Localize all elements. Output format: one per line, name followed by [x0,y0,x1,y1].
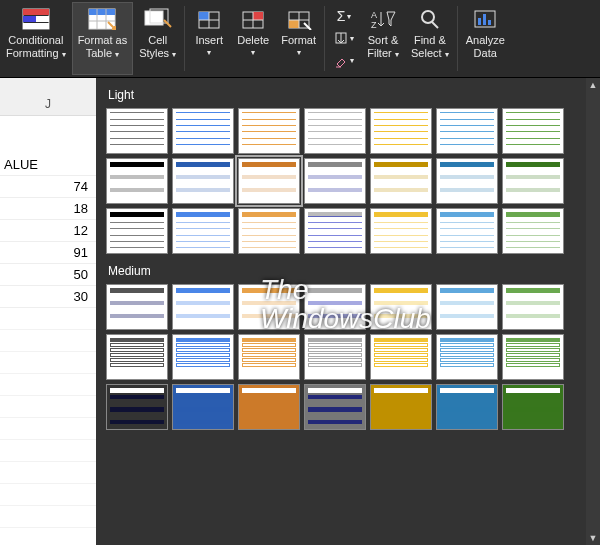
conditional-formatting-icon [20,6,52,32]
separator [184,6,185,71]
insert-button[interactable]: Insert ▾ [187,2,231,75]
svg-rect-4 [23,23,49,29]
table-style-swatch[interactable] [370,208,432,254]
analyze-data-button[interactable]: Analyze Data [460,2,511,75]
table-style-swatch[interactable] [436,108,498,154]
sort-filter-button[interactable]: AZ Sort & Filter ▾ [361,2,405,75]
chevron-down-icon: ▾ [251,48,255,57]
format-cells-icon [283,6,315,32]
table-style-swatch[interactable] [106,158,168,204]
svg-point-27 [422,11,434,23]
table-style-swatch[interactable] [304,158,366,204]
data-cell[interactable]: 91 [0,242,96,264]
empty-cell[interactable] [0,374,96,396]
data-cell[interactable]: 18 [0,198,96,220]
table-style-swatch[interactable] [238,158,300,204]
table-style-swatch[interactable] [502,334,564,380]
delete-button[interactable]: Delete ▾ [231,2,275,75]
clear-button[interactable]: ▾ [331,50,357,72]
table-style-swatch[interactable] [370,158,432,204]
table-style-swatch[interactable] [370,108,432,154]
table-style-swatch[interactable] [370,384,432,430]
table-style-swatch[interactable] [172,208,234,254]
gallery-section-title: Light [108,88,596,102]
format-as-table-button[interactable]: Format as Table ▾ [72,2,134,75]
table-style-swatch[interactable] [172,334,234,380]
table-style-swatch[interactable] [106,284,168,330]
svg-rect-2 [23,16,36,22]
table-style-swatch[interactable] [502,384,564,430]
empty-cell[interactable] [0,418,96,440]
svg-rect-1 [23,9,49,15]
table-style-swatch[interactable] [106,108,168,154]
chevron-down-icon: ▾ [395,50,399,59]
table-style-swatch[interactable] [106,334,168,380]
table-style-swatch[interactable] [436,158,498,204]
analyze-data-icon [469,6,501,32]
table-style-swatch[interactable] [370,284,432,330]
data-cell[interactable]: 30 [0,286,96,308]
empty-cell[interactable] [0,484,96,506]
table-style-swatch[interactable] [436,284,498,330]
svg-text:A: A [371,10,377,20]
table-style-swatch[interactable] [304,208,366,254]
fill-button[interactable]: ▾ [331,27,357,49]
table-style-swatch[interactable] [502,284,564,330]
table-style-swatch[interactable] [436,208,498,254]
table-style-swatch[interactable] [238,384,300,430]
scroll-up-icon[interactable]: ▲ [586,78,600,92]
data-cell[interactable]: 12 [0,220,96,242]
table-style-swatch[interactable] [172,384,234,430]
conditional-formatting-button[interactable]: Conditional Formatting ▾ [0,2,72,75]
table-style-swatch[interactable] [370,334,432,380]
table-style-swatch[interactable] [502,208,564,254]
table-style-swatch[interactable] [304,334,366,380]
find-select-button[interactable]: Find & Select ▾ [405,2,455,75]
autosum-button[interactable]: Σ▾ [331,5,357,27]
svg-rect-29 [478,18,481,25]
svg-rect-6 [89,9,115,15]
worksheet-fragment: J ALUE 741812915030 [0,78,96,545]
table-style-gallery: ▲ ▼ LightMedium [96,78,600,545]
table-style-swatch[interactable] [172,158,234,204]
table-style-swatch[interactable] [172,284,234,330]
table-style-swatch[interactable] [502,108,564,154]
svg-text:Z: Z [371,20,377,30]
table-style-swatch[interactable] [172,108,234,154]
table-style-swatch[interactable] [238,284,300,330]
chevron-down-icon: ▾ [297,48,301,57]
svg-rect-17 [253,12,263,20]
empty-cell[interactable] [0,528,96,545]
ribbon: Conditional Formatting ▾ Format as Table… [0,0,600,78]
empty-cell[interactable] [0,396,96,418]
data-cell[interactable]: 50 [0,264,96,286]
table-style-swatch[interactable] [304,284,366,330]
table-style-swatch[interactable] [238,334,300,380]
table-style-swatch[interactable] [436,334,498,380]
empty-cell[interactable] [0,462,96,484]
chevron-down-icon: ▾ [115,50,119,59]
table-style-swatch[interactable] [238,208,300,254]
empty-cell[interactable] [0,440,96,462]
svg-rect-30 [483,14,486,25]
empty-cell[interactable] [0,308,96,330]
scroll-down-icon[interactable]: ▼ [586,531,600,545]
empty-cell[interactable] [0,352,96,374]
table-style-swatch[interactable] [106,208,168,254]
table-style-swatch[interactable] [502,158,564,204]
empty-cell[interactable] [0,330,96,352]
table-style-swatch[interactable] [106,384,168,430]
cell-styles-button[interactable]: Cell Styles ▾ [133,2,182,75]
table-style-swatch[interactable] [304,108,366,154]
table-style-swatch[interactable] [304,384,366,430]
gallery-scrollbar[interactable]: ▲ ▼ [586,78,600,545]
empty-cell[interactable] [0,506,96,528]
editing-small-group: Σ▾ ▾ ▾ [327,2,361,75]
format-button[interactable]: Format ▾ [275,2,322,75]
column-header[interactable]: J [0,78,96,116]
table-style-swatch[interactable] [436,384,498,430]
separator [457,6,458,71]
data-cell[interactable]: 74 [0,176,96,198]
table-style-swatch[interactable] [238,108,300,154]
data-header-cell[interactable]: ALUE [0,154,96,176]
